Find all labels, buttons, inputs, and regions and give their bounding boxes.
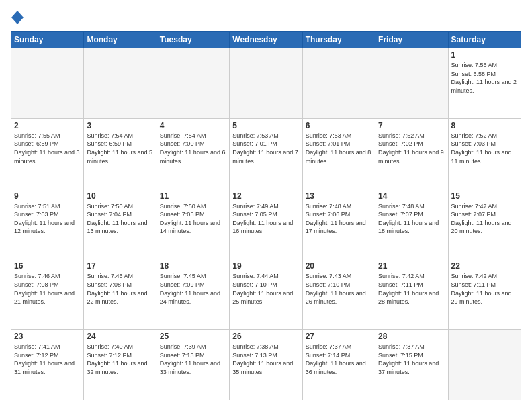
day-number: 8 (451, 121, 518, 130)
day-number: 5 (232, 121, 299, 130)
cell-info: Sunrise: 7:40 AMSunset: 7:12 PMDaylight:… (87, 342, 153, 376)
calendar-cell: 12Sunrise: 7:49 AMSunset: 7:05 PMDayligh… (230, 189, 302, 259)
day-number: 17 (87, 261, 153, 271)
cell-info: Sunrise: 7:42 AMSunset: 7:11 PMDaylight:… (451, 272, 518, 306)
calendar-cell: 28Sunrise: 7:37 AMSunset: 7:15 PMDayligh… (375, 330, 448, 400)
calendar-week-3: 16Sunrise: 7:46 AMSunset: 7:08 PMDayligh… (11, 259, 521, 330)
day-number: 14 (378, 191, 445, 201)
day-number: 4 (160, 121, 226, 130)
day-number: 15 (451, 191, 518, 201)
page: SundayMondayTuesdayWednesdayThursdayFrid… (0, 0, 532, 411)
calendar-cell: 11Sunrise: 7:50 AMSunset: 7:05 PMDayligh… (157, 189, 229, 259)
cell-info: Sunrise: 7:48 AMSunset: 7:06 PMDaylight:… (306, 202, 372, 236)
calendar-cell: 24Sunrise: 7:40 AMSunset: 7:12 PMDayligh… (84, 330, 157, 400)
col-header-monday: Monday (84, 32, 157, 48)
svg-marker-0 (11, 11, 24, 24)
cell-info: Sunrise: 7:53 AMSunset: 7:01 PMDaylight:… (306, 132, 372, 165)
calendar-cell: 18Sunrise: 7:45 AMSunset: 7:09 PMDayligh… (157, 259, 229, 330)
cell-info: Sunrise: 7:37 AMSunset: 7:15 PMDaylight:… (378, 342, 445, 376)
day-number: 10 (87, 191, 153, 201)
calendar-cell (84, 48, 157, 119)
cell-info: Sunrise: 7:37 AMSunset: 7:14 PMDaylight:… (306, 342, 372, 376)
calendar-week-0: 1Sunrise: 7:55 AMSunset: 6:58 PMDaylight… (11, 48, 521, 119)
calendar-cell: 27Sunrise: 7:37 AMSunset: 7:14 PMDayligh… (302, 330, 375, 400)
cell-info: Sunrise: 7:46 AMSunset: 7:08 PMDaylight:… (87, 272, 153, 306)
calendar-cell (448, 330, 521, 400)
cell-info: Sunrise: 7:46 AMSunset: 7:08 PMDaylight:… (14, 272, 81, 306)
col-header-thursday: Thursday (302, 32, 375, 48)
cell-info: Sunrise: 7:38 AMSunset: 7:13 PMDaylight:… (232, 342, 299, 376)
header (11, 11, 521, 24)
calendar-cell: 22Sunrise: 7:42 AMSunset: 7:11 PMDayligh… (448, 259, 521, 330)
day-number: 11 (160, 191, 226, 201)
day-number: 3 (87, 121, 153, 130)
calendar-cell (230, 48, 302, 119)
calendar-cell (302, 48, 375, 119)
day-number: 1 (451, 50, 518, 60)
cell-info: Sunrise: 7:41 AMSunset: 7:12 PMDaylight:… (14, 342, 81, 376)
day-number: 23 (14, 332, 81, 341)
day-number: 28 (378, 332, 445, 341)
calendar-cell: 3Sunrise: 7:54 AMSunset: 6:59 PMDaylight… (84, 118, 157, 189)
calendar-cell: 23Sunrise: 7:41 AMSunset: 7:12 PMDayligh… (11, 330, 84, 400)
calendar-cell: 19Sunrise: 7:44 AMSunset: 7:10 PMDayligh… (230, 259, 302, 330)
calendar-cell: 21Sunrise: 7:42 AMSunset: 7:11 PMDayligh… (375, 259, 448, 330)
calendar-cell: 10Sunrise: 7:50 AMSunset: 7:04 PMDayligh… (84, 189, 157, 259)
calendar-cell: 16Sunrise: 7:46 AMSunset: 7:08 PMDayligh… (11, 259, 84, 330)
calendar-cell: 9Sunrise: 7:51 AMSunset: 7:03 PMDaylight… (11, 189, 84, 259)
day-number: 27 (306, 332, 372, 341)
cell-info: Sunrise: 7:50 AMSunset: 7:04 PMDaylight:… (87, 202, 153, 236)
day-number: 21 (378, 261, 445, 271)
day-number: 16 (14, 261, 81, 271)
day-number: 13 (306, 191, 372, 201)
calendar-cell: 1Sunrise: 7:55 AMSunset: 6:58 PMDaylight… (448, 48, 521, 119)
calendar-cell: 8Sunrise: 7:52 AMSunset: 7:03 PMDaylight… (448, 118, 521, 189)
day-number: 12 (232, 191, 299, 201)
day-number: 24 (87, 332, 153, 341)
day-number: 7 (378, 121, 445, 130)
calendar-cell: 25Sunrise: 7:39 AMSunset: 7:13 PMDayligh… (157, 330, 229, 400)
calendar-week-2: 9Sunrise: 7:51 AMSunset: 7:03 PMDaylight… (11, 189, 521, 259)
cell-info: Sunrise: 7:52 AMSunset: 7:02 PMDaylight:… (378, 132, 445, 165)
calendar-cell: 2Sunrise: 7:55 AMSunset: 6:59 PMDaylight… (11, 118, 84, 189)
cell-info: Sunrise: 7:44 AMSunset: 7:10 PMDaylight:… (232, 272, 299, 306)
day-number: 6 (306, 121, 372, 130)
day-number: 19 (232, 261, 299, 271)
cell-info: Sunrise: 7:54 AMSunset: 6:59 PMDaylight:… (87, 132, 153, 165)
cell-info: Sunrise: 7:55 AMSunset: 6:58 PMDaylight:… (451, 61, 518, 95)
col-header-sunday: Sunday (11, 32, 84, 48)
cell-info: Sunrise: 7:48 AMSunset: 7:07 PMDaylight:… (378, 202, 445, 236)
cell-info: Sunrise: 7:50 AMSunset: 7:05 PMDaylight:… (160, 202, 226, 236)
col-header-friday: Friday (375, 32, 448, 48)
calendar-header-row: SundayMondayTuesdayWednesdayThursdayFrid… (11, 32, 521, 48)
calendar-week-4: 23Sunrise: 7:41 AMSunset: 7:12 PMDayligh… (11, 330, 521, 400)
day-number: 25 (160, 332, 226, 341)
calendar-cell: 7Sunrise: 7:52 AMSunset: 7:02 PMDaylight… (375, 118, 448, 189)
calendar-cell (157, 48, 229, 119)
cell-info: Sunrise: 7:47 AMSunset: 7:07 PMDaylight:… (451, 202, 518, 236)
calendar-cell: 6Sunrise: 7:53 AMSunset: 7:01 PMDaylight… (302, 118, 375, 189)
calendar-cell: 14Sunrise: 7:48 AMSunset: 7:07 PMDayligh… (375, 189, 448, 259)
col-header-tuesday: Tuesday (157, 32, 229, 48)
col-header-wednesday: Wednesday (230, 32, 302, 48)
cell-info: Sunrise: 7:39 AMSunset: 7:13 PMDaylight:… (160, 342, 226, 376)
day-number: 9 (14, 191, 81, 201)
cell-info: Sunrise: 7:52 AMSunset: 7:03 PMDaylight:… (451, 132, 518, 165)
cell-info: Sunrise: 7:42 AMSunset: 7:11 PMDaylight:… (378, 272, 445, 306)
cell-info: Sunrise: 7:49 AMSunset: 7:05 PMDaylight:… (232, 202, 299, 236)
calendar-cell: 4Sunrise: 7:54 AMSunset: 7:00 PMDaylight… (157, 118, 229, 189)
cell-info: Sunrise: 7:45 AMSunset: 7:09 PMDaylight:… (160, 272, 226, 306)
cell-info: Sunrise: 7:53 AMSunset: 7:01 PMDaylight:… (232, 132, 299, 165)
day-number: 22 (451, 261, 518, 271)
day-number: 20 (306, 261, 372, 271)
calendar-cell: 5Sunrise: 7:53 AMSunset: 7:01 PMDaylight… (230, 118, 302, 189)
cell-info: Sunrise: 7:51 AMSunset: 7:03 PMDaylight:… (14, 202, 81, 236)
logo (11, 11, 24, 24)
calendar-cell: 17Sunrise: 7:46 AMSunset: 7:08 PMDayligh… (84, 259, 157, 330)
calendar-cell (11, 48, 84, 119)
calendar-table: SundayMondayTuesdayWednesdayThursdayFrid… (11, 31, 521, 400)
cell-info: Sunrise: 7:54 AMSunset: 7:00 PMDaylight:… (160, 132, 226, 165)
cell-info: Sunrise: 7:43 AMSunset: 7:10 PMDaylight:… (306, 272, 372, 306)
calendar-cell: 26Sunrise: 7:38 AMSunset: 7:13 PMDayligh… (230, 330, 302, 400)
calendar-cell: 20Sunrise: 7:43 AMSunset: 7:10 PMDayligh… (302, 259, 375, 330)
